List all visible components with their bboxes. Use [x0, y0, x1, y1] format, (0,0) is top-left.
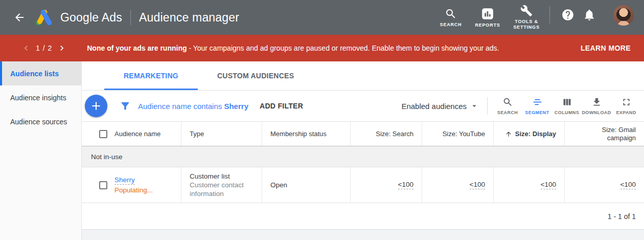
banner-message-bold: None of your ads are running: [87, 44, 187, 52]
active-filter-chip[interactable]: Audience name contains Sherry: [138, 102, 248, 111]
add-audience-button[interactable]: [85, 95, 107, 117]
table-expand-button[interactable]: EXPAND: [611, 96, 641, 116]
table-search-button[interactable]: SEARCH: [493, 96, 522, 116]
filter-value: Sherry: [224, 102, 248, 111]
cell-size-gmail: <100: [565, 167, 644, 203]
membership-status-value: Open: [270, 181, 287, 189]
back-button[interactable]: [9, 7, 30, 28]
column-header-membership-status[interactable]: Membership status: [262, 122, 351, 146]
add-filter-button[interactable]: ADD FILTER: [257, 98, 306, 114]
banner-message: None of your ads are running - Your camp…: [87, 44, 576, 52]
download-icon: [591, 97, 602, 107]
sort-ascending-arrow-icon: [505, 130, 512, 138]
table-row: Sherry Populating... Customer list Custo…: [82, 167, 644, 203]
cell-membership-status: Open: [262, 167, 351, 203]
column-header-type[interactable]: Type: [181, 122, 262, 146]
column-label: Membership status: [270, 130, 327, 138]
column-label: Size: Display: [515, 130, 556, 138]
table-columns-button[interactable]: COLUMNS: [552, 96, 582, 116]
cell-size-display: <100: [494, 167, 565, 203]
table-segment-button[interactable]: SEGMENT: [522, 96, 552, 116]
wrench-icon: [520, 5, 533, 17]
nav-reports[interactable]: REPORTS: [472, 5, 503, 30]
ads-alert-banner: 1 / 2 None of your ads are running - You…: [0, 35, 644, 61]
tool-label: DOWNLOAD: [582, 110, 611, 115]
select-all-checkbox[interactable]: [99, 130, 107, 138]
google-ads-app: Google Ads Audience manager SEARCH: [0, 0, 644, 240]
filter-prefix: Audience name contains: [138, 102, 224, 111]
back-arrow-icon: [13, 11, 26, 24]
learn-more-button[interactable]: LEARN MORE: [576, 40, 636, 56]
pagination-label: 1 - 1 of 1: [608, 212, 636, 221]
size-search-value: <100: [398, 181, 413, 189]
sidebar: Audience lists Audience insights Audienc…: [0, 61, 82, 240]
banner-prev-button[interactable]: [18, 40, 34, 56]
table-download-button[interactable]: DOWNLOAD: [582, 96, 611, 116]
dropdown-arrow-icon: [470, 101, 479, 111]
sidebar-item-label: Audience sources: [10, 118, 67, 126]
audience-name-link[interactable]: Sherry: [114, 176, 135, 185]
column-header-size-youtube[interactable]: Size: YouTube: [422, 122, 494, 146]
reports-icon: [481, 7, 494, 20]
nav-reports-label: REPORTS: [475, 23, 500, 28]
nav-tools-settings[interactable]: TOOLS & SETTINGS: [509, 3, 544, 32]
sidebar-item-audience-sources[interactable]: Audience sources: [0, 110, 81, 134]
bottom-strip: [82, 230, 644, 240]
nav-tools-settings-label: TOOLS & SETTINGS: [510, 19, 543, 30]
nav-search[interactable]: SEARCH: [435, 6, 467, 30]
chevron-right-icon: [57, 43, 67, 53]
appbar-nav: SEARCH REPORTS TOOLS & SETTINGS: [435, 3, 544, 32]
column-label: Audience name: [114, 130, 160, 138]
plus-icon: [89, 99, 103, 113]
sidebar-item-audience-lists[interactable]: Audience lists: [0, 61, 81, 85]
search-icon: [445, 8, 457, 20]
product-name: Google Ads: [60, 11, 122, 25]
appbar-divider: [130, 10, 131, 25]
appbar-divider: [549, 6, 550, 24]
notifications-button[interactable]: [579, 4, 600, 26]
sidebar-item-audience-insights[interactable]: Audience insights: [0, 85, 81, 110]
column-header-size-display[interactable]: Size: Display: [494, 122, 565, 146]
table-header-row: Audience name Type Membership status Siz…: [82, 121, 644, 146]
sidebar-item-label: Audience lists: [10, 70, 59, 78]
user-avatar[interactable]: [613, 5, 634, 26]
column-header-audience-name[interactable]: Audience name: [82, 122, 181, 146]
table-toolbar: Audience name contains Sherry ADD FILTER…: [82, 91, 644, 121]
column-header-size-search[interactable]: Size: Search: [351, 122, 422, 146]
column-label: Size: Search: [376, 130, 413, 138]
banner-message-rest: - Your campaigns and ad groups are pause…: [187, 44, 499, 52]
tab-bar: REMARKETING CUSTOM AUDIENCES: [82, 61, 644, 91]
help-button[interactable]: [557, 4, 579, 26]
audience-status-dropdown[interactable]: Enabled audiences: [401, 101, 479, 111]
column-label: Size: YouTube: [443, 130, 485, 138]
table-section-not-in-use: Not in-use: [82, 146, 644, 167]
column-label: Size: Gmail campaign: [598, 126, 636, 142]
search-icon: [502, 97, 513, 107]
cell-size-youtube: <100: [422, 167, 494, 203]
tab-custom-audiences[interactable]: CUSTOM AUDIENCES: [198, 61, 313, 90]
banner-next-button[interactable]: [54, 40, 70, 56]
sidebar-item-label: Audience insights: [10, 94, 66, 102]
google-ads-logo-icon: [35, 8, 53, 27]
nav-search-label: SEARCH: [440, 22, 462, 28]
cell-audience-name: Sherry Populating...: [82, 167, 181, 203]
table-pagination: 1 - 1 of 1: [82, 203, 644, 230]
toolbar-divider: [487, 97, 488, 115]
cell-type: Customer list Customer contact informati…: [181, 167, 262, 203]
columns-icon: [562, 97, 572, 107]
tool-label: EXPAND: [616, 110, 636, 115]
column-header-size-gmail[interactable]: Size: Gmail campaign: [565, 122, 644, 146]
help-icon: [561, 8, 574, 21]
segment-icon: [532, 97, 543, 107]
page-title: Audience manager: [139, 11, 239, 25]
bell-icon: [583, 8, 596, 21]
size-display-value: <100: [541, 181, 556, 189]
audience-populating-status: Populating...: [114, 186, 153, 194]
row-checkbox[interactable]: [99, 181, 107, 189]
size-youtube-value: <100: [470, 181, 485, 189]
main-content: REMARKETING CUSTOM AUDIENCES Audience na…: [82, 61, 644, 240]
audience-dropdown-value: Enabled audiences: [401, 102, 467, 111]
tab-remarketing[interactable]: REMARKETING: [104, 61, 198, 90]
filter-icon[interactable]: [117, 100, 134, 112]
cell-size-search: <100: [351, 167, 422, 203]
